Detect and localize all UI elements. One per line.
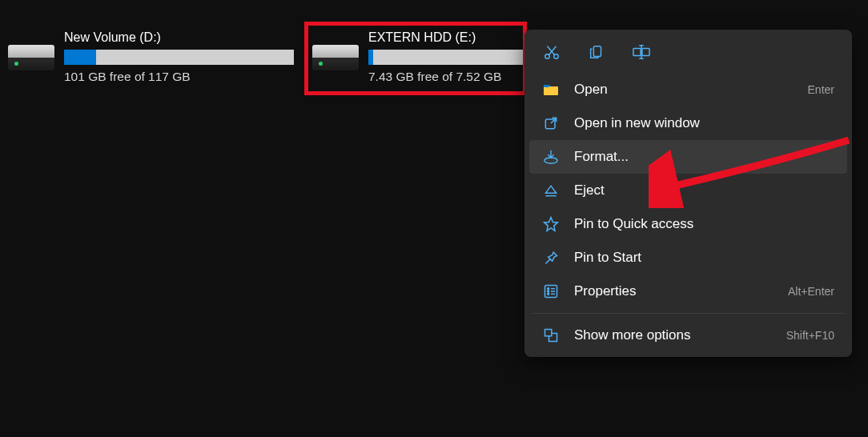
drive-icon	[8, 45, 54, 78]
menu-shortcut: Enter	[808, 83, 834, 96]
svg-rect-6	[642, 48, 649, 55]
menu-item-open[interactable]: Open Enter	[529, 73, 847, 106]
drive-item-d[interactable]: New Volume (D:) 101 GB free of 117 GB	[8, 30, 296, 84]
show-more-icon	[542, 327, 560, 344]
menu-label: Pin to Quick access	[574, 216, 834, 232]
drive-name: New Volume (D:)	[64, 30, 296, 45]
menu-shortcut: Alt+Enter	[788, 285, 834, 298]
eject-icon	[542, 182, 560, 199]
copy-icon[interactable]	[587, 42, 606, 62]
menu-label: Open in new window	[574, 115, 834, 131]
menu-label: Eject	[574, 182, 834, 198]
context-menu: Open Enter Open in new window Format... …	[524, 30, 852, 357]
svg-rect-5	[633, 48, 641, 55]
menu-item-pin-quick-access[interactable]: Pin to Quick access	[529, 207, 847, 241]
star-icon	[542, 215, 560, 233]
svg-point-15	[548, 291, 549, 292]
svg-point-1	[554, 54, 559, 59]
folder-icon	[542, 81, 560, 98]
menu-item-show-more[interactable]: Show more options Shift+F10	[529, 319, 847, 352]
cut-icon[interactable]	[542, 42, 561, 62]
drive-stats: 101 GB free of 117 GB	[64, 70, 296, 84]
menu-item-properties[interactable]: Properties Alt+Enter	[529, 275, 847, 308]
properties-icon	[542, 283, 560, 300]
pin-icon	[542, 249, 560, 267]
menu-item-eject[interactable]: Eject	[529, 174, 847, 207]
context-menu-toolbar	[529, 34, 847, 73]
svg-point-17	[548, 293, 549, 295]
menu-item-format[interactable]: Format...	[529, 140, 847, 174]
rename-icon[interactable]	[632, 42, 651, 62]
menu-item-pin-start[interactable]: Pin to Start	[529, 241, 847, 275]
svg-rect-8	[544, 85, 549, 87]
menu-separator	[532, 313, 844, 314]
menu-label: Format...	[574, 149, 834, 165]
menu-label: Pin to Start	[574, 250, 834, 266]
svg-point-13	[548, 288, 549, 290]
format-icon	[542, 148, 560, 166]
menu-item-open-new-window[interactable]: Open in new window	[529, 106, 847, 140]
menu-label: Properties	[574, 283, 774, 299]
drive-icon	[312, 45, 359, 78]
menu-label: Open	[574, 82, 794, 98]
storage-bar	[64, 50, 294, 65]
svg-rect-19	[545, 330, 552, 336]
svg-rect-4	[593, 46, 601, 57]
svg-point-0	[545, 54, 550, 59]
menu-shortcut: Shift+F10	[786, 329, 834, 342]
open-external-icon	[542, 114, 560, 132]
svg-point-10	[545, 158, 557, 163]
menu-label: Show more options	[574, 327, 772, 343]
